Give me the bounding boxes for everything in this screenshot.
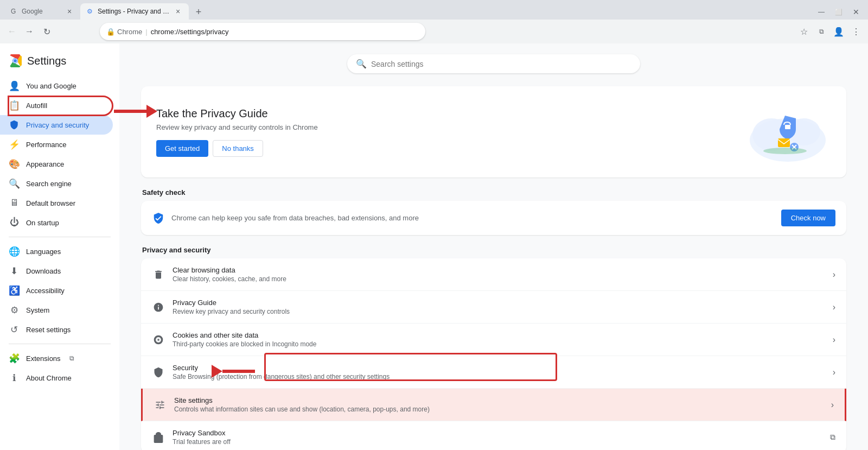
sidebar-item-extensions[interactable]: 🧩 Extensions ⧉ <box>0 348 113 368</box>
sidebar-label-search-engine: Search engine <box>26 180 72 188</box>
settings-item-site-settings[interactable]: Site settings Controls what information … <box>141 389 846 421</box>
cookies-text: Cookies and other site data Third-party … <box>173 331 825 348</box>
address-bar[interactable]: 🔒 Chrome | chrome://settings/privacy <box>100 23 425 40</box>
restore-button[interactable]: ⬜ <box>831 4 846 20</box>
tab-settings[interactable]: ⚙ Settings - Privacy and security × <box>80 3 189 20</box>
privacy-settings-section: Clear browsing data Clear history, cooki… <box>141 258 846 450</box>
search-icon: 🔍 <box>356 59 367 69</box>
privacy-guide-illustration <box>733 99 831 164</box>
sidebar-label-system: System <box>26 306 49 314</box>
sidebar-label-extensions: Extensions <box>26 354 61 363</box>
sidebar-item-on-startup[interactable]: ⏻ On startup <box>0 213 113 232</box>
sidebar-item-reset-settings[interactable]: ↺ Reset settings <box>0 320 113 339</box>
forward-button[interactable]: → <box>22 24 37 39</box>
search-engine-icon: 🔍 <box>9 178 20 189</box>
sidebar-label-performance: Performance <box>26 141 66 149</box>
extensions-external-link-icon: ⧉ <box>69 354 74 362</box>
sidebar-item-privacy-security[interactable]: Privacy and security <box>0 115 113 135</box>
default-browser-icon: 🖥 <box>9 198 20 208</box>
sidebar-item-performance[interactable]: ⚡ Performance <box>0 135 113 154</box>
sidebar-item-search-engine[interactable]: 🔍 Search engine <box>0 174 113 193</box>
downloads-icon: ⬇ <box>9 265 20 276</box>
sidebar-label-languages: Languages <box>26 248 61 256</box>
cookies-title: Cookies and other site data <box>173 331 825 339</box>
tab-settings-close[interactable]: × <box>174 7 182 16</box>
safety-check-card: Chrome can help keep you safe from data … <box>141 201 846 235</box>
privacy-guide-row-text: Privacy Guide Review key privacy and sec… <box>173 299 825 315</box>
autofill-icon: 📋 <box>9 100 20 111</box>
new-tab-button[interactable]: + <box>191 4 206 20</box>
chrome-logo-icon <box>9 54 22 67</box>
tab-google[interactable]: G Google × <box>4 3 80 20</box>
safety-check-description: Chrome can help keep you safe from data … <box>171 214 775 222</box>
check-now-button[interactable]: Check now <box>781 210 835 226</box>
sidebar-label-about-chrome: About Chrome <box>26 374 72 382</box>
svg-rect-7 <box>778 138 790 147</box>
privacy-guide-desc: Review key privacy and security controls… <box>156 123 318 131</box>
security-desc: Safe Browsing (protection from dangerous… <box>173 373 825 381</box>
settings-item-privacy-sandbox[interactable]: Privacy Sandbox Trial features are off ⧉ <box>141 421 846 450</box>
cookies-arrow: › <box>833 335 835 345</box>
sidebar-item-default-browser[interactable]: 🖥 Default browser <box>0 193 113 213</box>
main-content: 🔍 Take the Privacy Guide Review key priv… <box>119 43 868 450</box>
search-input[interactable] <box>371 60 631 68</box>
sidebar-label-appearance: Appearance <box>26 160 64 168</box>
privacy-guide-row-arrow: › <box>833 302 835 312</box>
privacy-guide-title: Take the Privacy Guide <box>156 107 318 120</box>
tab-settings-favicon: ⚙ <box>87 8 94 15</box>
settings-item-privacy-guide[interactable]: Privacy Guide Review key privacy and sec… <box>141 291 846 324</box>
appearance-icon: 🎨 <box>9 159 20 169</box>
tab-search-button[interactable]: ⧉ <box>814 24 829 39</box>
clear-browsing-title: Clear browsing data <box>173 266 825 274</box>
profile-button[interactable]: 👤 <box>831 24 846 39</box>
safety-check-row: Chrome can help keep you safe from data … <box>141 201 846 235</box>
tab-google-favicon: G <box>11 8 18 15</box>
privacy-guide-buttons: Get started No thanks <box>156 140 318 157</box>
security-text: Security Safe Browsing (protection from … <box>173 364 825 381</box>
sidebar-item-system[interactable]: ⚙ System <box>0 300 113 320</box>
privacy-sandbox-text: Privacy Sandbox Trial features are off <box>173 429 822 446</box>
sidebar-item-languages[interactable]: 🌐 Languages <box>0 242 113 261</box>
sidebar-label-accessibility: Accessibility <box>26 287 65 295</box>
tab-google-close[interactable]: × <box>65 7 74 16</box>
sidebar-label-you-and-google: You and Google <box>26 82 76 90</box>
clear-browsing-text: Clear browsing data Clear history, cooki… <box>173 266 825 283</box>
cookies-icon <box>152 333 165 346</box>
svg-rect-6 <box>785 125 790 129</box>
clear-browsing-arrow: › <box>833 270 835 280</box>
system-icon: ⚙ <box>9 305 20 315</box>
settings-title: Settings <box>27 55 66 67</box>
sidebar-label-default-browser: Default browser <box>26 199 75 207</box>
shield-icon <box>9 119 20 130</box>
sidebar-item-about-chrome[interactable]: ℹ About Chrome <box>0 368 113 388</box>
sidebar-item-autofill[interactable]: 📋 Autofill <box>0 96 113 115</box>
sidebar-item-accessibility[interactable]: ♿ Accessibility <box>0 281 113 300</box>
sidebar-divider-1 <box>9 237 111 237</box>
sidebar-item-you-and-google[interactable]: 👤 You and Google <box>0 76 113 96</box>
site-name: Chrome <box>117 28 142 36</box>
menu-button[interactable]: ⋮ <box>848 24 864 39</box>
site-settings-arrow: › <box>831 400 834 410</box>
settings-item-cookies[interactable]: Cookies and other site data Third-party … <box>141 324 846 356</box>
languages-icon: 🌐 <box>9 246 20 257</box>
svg-point-11 <box>763 148 807 154</box>
sidebar-item-appearance[interactable]: 🎨 Appearance <box>0 154 113 174</box>
security-title: Security <box>173 364 825 372</box>
sidebar-item-downloads[interactable]: ⬇ Downloads <box>0 261 113 281</box>
privacy-sandbox-title: Privacy Sandbox <box>173 429 822 437</box>
privacy-guide-text: Take the Privacy Guide Review key privac… <box>156 107 318 157</box>
settings-item-security[interactable]: Security Safe Browsing (protection from … <box>141 356 846 389</box>
site-favicon: 🔒 <box>106 28 114 35</box>
close-window-button[interactable]: ✕ <box>848 4 864 20</box>
no-thanks-button[interactable]: No thanks <box>213 140 263 157</box>
back-button[interactable]: ← <box>4 24 20 39</box>
settings-item-clear-browsing[interactable]: Clear browsing data Clear history, cooki… <box>141 258 846 291</box>
get-started-button[interactable]: Get started <box>156 140 208 157</box>
reset-icon: ↺ <box>9 324 20 335</box>
minimize-button[interactable]: — <box>814 4 829 20</box>
sidebar: Settings 👤 You and Google 📋 Autofill Pri… <box>0 43 119 450</box>
svg-point-14 <box>157 339 159 340</box>
address-bar-row: ← → ↻ 🔒 Chrome | chrome://settings/priva… <box>0 20 868 43</box>
bookmark-button[interactable]: ☆ <box>796 24 812 39</box>
reload-button[interactable]: ↻ <box>39 24 54 39</box>
